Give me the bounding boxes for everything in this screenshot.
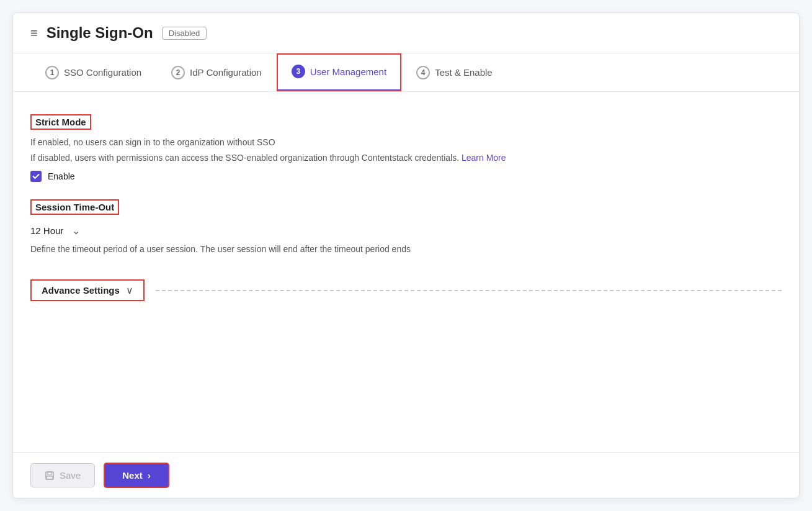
hamburger-icon[interactable]: ≡ [30, 26, 38, 40]
step-num-1: 1 [45, 66, 59, 79]
footer: Save Next › [13, 452, 799, 498]
chevron-down-icon[interactable]: ⌄ [72, 225, 80, 237]
strict-mode-section: Strict Mode If enabled, no users can sig… [30, 114, 782, 182]
learn-more-link[interactable]: Learn More [462, 153, 506, 163]
steps-bar: 1 SSO Configuration 2 IdP Configuration … [13, 53, 799, 92]
step-num-3: 3 [292, 65, 305, 78]
tab-test-enable[interactable]: 4 Test & Enable [401, 55, 507, 91]
step-num-4: 4 [416, 66, 430, 79]
checkmark-icon [32, 173, 40, 180]
advance-settings-row: Advance Settings ∨ [30, 279, 782, 301]
content-area: Strict Mode If enabled, no users can sig… [13, 92, 799, 452]
advance-divider [156, 290, 782, 291]
session-timeout-section: Session Time-Out 12 Hour ⌄ Define the ti… [30, 199, 782, 258]
advance-settings-toggle[interactable]: Advance Settings ∨ [30, 279, 145, 301]
strict-mode-desc2: If disabled, users with permissions can … [30, 151, 782, 165]
session-timeout-title: Session Time-Out [30, 199, 119, 215]
enable-checkbox[interactable] [30, 171, 42, 182]
timeout-dropdown[interactable]: 12 Hour ⌄ [30, 225, 782, 237]
page-title: Single Sign-On [47, 24, 153, 42]
strict-mode-title: Strict Mode [30, 114, 91, 130]
tab-idp-configuration[interactable]: 2 IdP Configuration [156, 55, 277, 91]
advance-chevron-icon: ∨ [126, 284, 133, 296]
tab-sso-configuration[interactable]: 1 SSO Configuration [30, 55, 156, 91]
enable-label: Enable [48, 171, 75, 181]
step-label-1: SSO Configuration [64, 67, 141, 78]
next-arrow-icon: › [148, 470, 151, 481]
tab-user-management[interactable]: 3 User Management [277, 53, 401, 91]
step-num-2: 2 [171, 66, 185, 79]
header: ≡ Single Sign-On Disabled [13, 13, 799, 53]
next-button[interactable]: Next › [104, 463, 169, 488]
session-timeout-desc: Define the timeout period of a user sess… [30, 243, 782, 256]
enable-checkbox-row: Enable [30, 171, 782, 182]
step-label-3: User Management [310, 66, 386, 77]
svg-rect-0 [46, 472, 53, 479]
advance-settings-label: Advance Settings [42, 285, 120, 296]
step-label-4: Test & Enable [435, 67, 493, 78]
timeout-value: 12 Hour [30, 225, 63, 236]
strict-mode-desc1: If enabled, no users can sign in to the … [30, 136, 782, 149]
save-icon [45, 471, 55, 481]
step-label-2: IdP Configuration [190, 67, 262, 78]
save-button[interactable]: Save [30, 463, 95, 487]
main-window: ≡ Single Sign-On Disabled 1 SSO Configur… [12, 12, 800, 499]
status-badge: Disabled [162, 27, 207, 40]
